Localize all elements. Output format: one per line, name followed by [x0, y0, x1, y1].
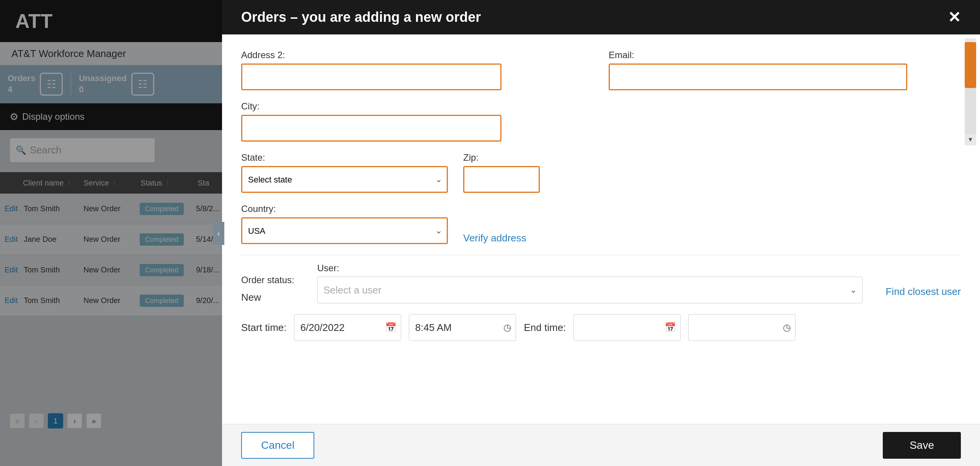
- email-label: Email:: [609, 50, 961, 60]
- zip-label: Zip:: [463, 152, 540, 163]
- end-date-wrapper: 📅: [573, 314, 681, 341]
- scroll-down-button[interactable]: ▼: [965, 134, 976, 145]
- start-date-input[interactable]: [294, 314, 401, 341]
- city-row: City:: [241, 101, 961, 142]
- cancel-button[interactable]: Cancel: [241, 432, 314, 459]
- new-order-modal: Orders – you are adding a new order ✕ ▲ …: [222, 0, 980, 466]
- address2-label: Address 2:: [241, 50, 593, 60]
- user-group: User: Select a user ⌄: [317, 263, 863, 303]
- state-label: State:: [241, 152, 448, 163]
- order-status-label: Order status:: [241, 275, 294, 285]
- form-divider: [241, 255, 961, 255]
- start-time-label: Start time:: [241, 322, 286, 334]
- country-select-wrapper: USA Canada Mexico ⌄: [241, 217, 448, 244]
- user-select[interactable]: Select a user: [317, 277, 863, 303]
- email-input[interactable]: [609, 64, 907, 90]
- modal-footer: Cancel Save: [222, 424, 980, 466]
- collapse-panel-button[interactable]: ‹: [213, 222, 224, 245]
- user-label: User:: [317, 263, 863, 274]
- country-group: Country: USA Canada Mexico ⌄: [241, 204, 448, 244]
- country-row: Country: USA Canada Mexico ⌄ Verify addr…: [241, 204, 961, 244]
- email-group: Email:: [609, 50, 961, 90]
- user-select-wrapper: Select a user ⌄: [317, 277, 863, 303]
- order-status-group: Order status: New: [241, 275, 294, 303]
- status-user-row: Order status: New User: Select a user ⌄ …: [241, 263, 961, 303]
- country-select[interactable]: USA Canada Mexico: [241, 217, 448, 244]
- state-select-wrapper: Select state ALAKAZAR CACOFLGA NYTX ⌄: [241, 166, 448, 193]
- address2-email-row: Address 2: Email:: [241, 50, 961, 90]
- city-group: City:: [241, 101, 501, 142]
- address2-group: Address 2:: [241, 50, 593, 90]
- start-date-wrapper: 📅: [294, 314, 401, 341]
- city-label: City:: [241, 101, 501, 112]
- address2-input[interactable]: [241, 64, 501, 90]
- save-button[interactable]: Save: [883, 432, 961, 459]
- find-closest-user-link[interactable]: Find closest user: [885, 286, 961, 303]
- state-group: State: Select state ALAKAZAR CACOFLGA NY…: [241, 152, 448, 193]
- modal-close-button[interactable]: ✕: [948, 10, 961, 25]
- start-clock-wrapper: ◷: [409, 314, 516, 341]
- scroll-thumb[interactable]: [965, 42, 976, 88]
- end-date-input[interactable]: [573, 314, 681, 341]
- order-status-value: New: [241, 288, 294, 303]
- end-clock-wrapper: ◷: [688, 314, 795, 341]
- modal-header: Orders – you are adding a new order ✕: [222, 0, 980, 34]
- end-time-label: End time:: [524, 322, 566, 334]
- zip-input[interactable]: [463, 166, 540, 193]
- state-select[interactable]: Select state ALAKAZAR CACOFLGA NYTX: [241, 166, 448, 193]
- scrollbar[interactable]: ▲ ▼: [965, 38, 976, 145]
- zip-group: Zip:: [463, 152, 540, 193]
- time-row: Start time: 📅 ◷ End time: 📅 ◷: [241, 314, 961, 341]
- verify-address-link[interactable]: Verify address: [463, 219, 526, 244]
- end-time-input[interactable]: [688, 314, 795, 341]
- modal-body: ▲ ▼ Address 2: Email: City: Sta: [222, 34, 980, 424]
- country-label: Country:: [241, 204, 448, 214]
- modal-title: Orders – you are adding a new order: [241, 9, 481, 25]
- start-time-input[interactable]: [409, 314, 516, 341]
- city-input[interactable]: [241, 115, 501, 142]
- state-zip-row: State: Select state ALAKAZAR CACOFLGA NY…: [241, 152, 961, 193]
